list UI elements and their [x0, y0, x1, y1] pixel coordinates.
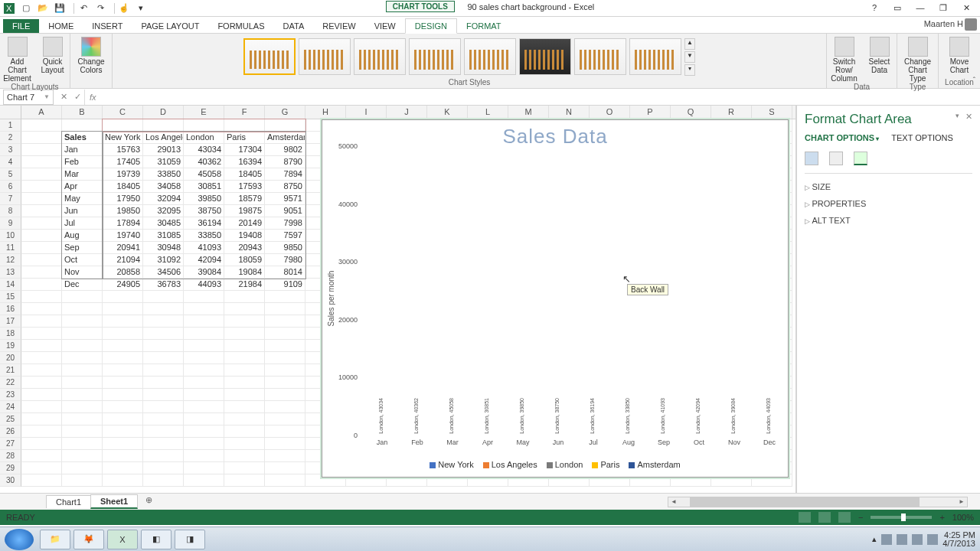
cell-D13[interactable]: 34506: [143, 266, 184, 279]
cell-C23[interactable]: [103, 389, 143, 401]
cell-F5[interactable]: 18405: [224, 168, 265, 181]
column-header-S[interactable]: S: [752, 106, 792, 119]
cell-G14[interactable]: 9109: [265, 279, 305, 291]
cell-C12[interactable]: 21094: [103, 254, 143, 266]
row-header-14[interactable]: 14: [0, 279, 21, 291]
pane-close-icon[interactable]: ✕: [965, 112, 972, 122]
taskbar-app4-icon[interactable]: ◧: [141, 530, 172, 549]
tab-page-layout[interactable]: PAGE LAYOUT: [132, 19, 208, 33]
cell-E13[interactable]: 39084: [184, 266, 224, 279]
cell-E19[interactable]: [184, 340, 224, 352]
cell-C16[interactable]: [103, 303, 143, 315]
cell-G17[interactable]: [265, 315, 305, 328]
add-chart-element-button[interactable]: Add ChartElement: [2, 35, 34, 83]
cancel-formula-icon[interactable]: ✕: [57, 92, 70, 102]
cell-A23[interactable]: [21, 389, 62, 401]
cell-F9[interactable]: 20149: [224, 217, 265, 230]
change-chart-type-button[interactable]: ChangeChart Type: [902, 35, 934, 83]
cell-F2[interactable]: Paris: [224, 132, 265, 144]
cell-C27[interactable]: [103, 438, 143, 450]
cell-A24[interactable]: [21, 401, 62, 413]
sheet-tab-chart1[interactable]: Chart1: [46, 495, 91, 508]
cell-E26[interactable]: [184, 425, 224, 438]
cell-C17[interactable]: [103, 315, 143, 328]
cell-E4[interactable]: 40362: [184, 156, 224, 168]
chart-style-8[interactable]: [629, 38, 681, 75]
tray-network-icon[interactable]: [912, 534, 923, 545]
cell-D11[interactable]: 30948: [143, 242, 184, 254]
cell-C28[interactable]: [103, 450, 143, 462]
taskbar-firefox-icon[interactable]: 🦊: [74, 530, 104, 549]
cell-G29[interactable]: [265, 462, 305, 474]
cell-G30[interactable]: [265, 474, 305, 487]
column-header-A[interactable]: A: [21, 106, 62, 119]
cell-D21[interactable]: [143, 364, 184, 377]
cell-C3[interactable]: 15763: [103, 144, 143, 156]
cell-C7[interactable]: 17950: [103, 193, 143, 205]
cell-A25[interactable]: [21, 413, 62, 425]
cell-G6[interactable]: 8750: [265, 181, 305, 193]
row-header-19[interactable]: 19: [0, 340, 21, 352]
cell-F10[interactable]: 19408: [224, 230, 265, 242]
cell-F25[interactable]: [224, 413, 265, 425]
cell-C2[interactable]: New York: [103, 132, 143, 144]
cell-A29[interactable]: [21, 462, 62, 474]
cell-D9[interactable]: 30485: [143, 217, 184, 230]
taskbar-excel-icon[interactable]: X: [107, 530, 138, 549]
zoom-level[interactable]: 100%: [952, 513, 974, 522]
cell-E30[interactable]: [184, 474, 224, 487]
cell-G28[interactable]: [265, 450, 305, 462]
cell-D22[interactable]: [143, 377, 184, 389]
row-header-20[interactable]: 20: [0, 352, 21, 364]
column-header-I[interactable]: I: [346, 106, 387, 119]
pane-section-properties[interactable]: PROPERTIES: [805, 195, 972, 212]
chart-style-4[interactable]: [409, 38, 461, 75]
cell-E12[interactable]: 42094: [184, 254, 224, 266]
cell-F13[interactable]: 19084: [224, 266, 265, 279]
gallery-down-icon[interactable]: ▼: [684, 51, 695, 63]
cell-C24[interactable]: [103, 401, 143, 413]
cell-E7[interactable]: 39850: [184, 193, 224, 205]
row-header-18[interactable]: 18: [0, 328, 21, 340]
gallery-more-icon[interactable]: ▾: [684, 64, 695, 76]
cell-G26[interactable]: [265, 425, 305, 438]
cell-E9[interactable]: 36194: [184, 217, 224, 230]
row-header-16[interactable]: 16: [0, 303, 21, 315]
cell-F28[interactable]: [224, 450, 265, 462]
column-header-G[interactable]: G: [265, 106, 305, 119]
worksheet-grid[interactable]: ABCDEFGHIJKLMNOPQRS 12SalesNew YorkLos A…: [0, 106, 796, 493]
cell-E2[interactable]: London: [184, 132, 224, 144]
minimize-icon[interactable]: —: [914, 2, 926, 14]
cell-A1[interactable]: [21, 119, 62, 132]
cell-G18[interactable]: [265, 328, 305, 340]
cell-D20[interactable]: [143, 352, 184, 364]
collapse-ribbon-icon[interactable]: ˆ: [973, 77, 975, 85]
row-header-9[interactable]: 9: [0, 217, 21, 230]
cell-A26[interactable]: [21, 425, 62, 438]
new-sheet-icon[interactable]: ⊕: [142, 495, 155, 509]
cell-B4[interactable]: Feb: [62, 156, 103, 168]
cell-C25[interactable]: [103, 413, 143, 425]
cell-B13[interactable]: Nov: [62, 266, 103, 279]
row-header-30[interactable]: 30: [0, 474, 21, 487]
cell-D4[interactable]: 31059: [143, 156, 184, 168]
cell-G8[interactable]: 9051: [265, 205, 305, 217]
cell-B6[interactable]: Apr: [62, 181, 103, 193]
cell-D8[interactable]: 32095: [143, 205, 184, 217]
cell-F18[interactable]: [224, 328, 265, 340]
size-properties-icon[interactable]: [854, 152, 867, 165]
cell-B24[interactable]: [62, 401, 103, 413]
taskbar-app5-icon[interactable]: ◨: [175, 530, 205, 549]
cell-E25[interactable]: [184, 413, 224, 425]
cell-G7[interactable]: 9571: [265, 193, 305, 205]
cell-G24[interactable]: [265, 401, 305, 413]
cell-D6[interactable]: 34058: [143, 181, 184, 193]
cell-B30[interactable]: [62, 474, 103, 487]
row-header-29[interactable]: 29: [0, 462, 21, 474]
cell-F24[interactable]: [224, 401, 265, 413]
normal-view-icon[interactable]: [799, 512, 811, 523]
cell-D25[interactable]: [143, 413, 184, 425]
select-data-button[interactable]: SelectData: [864, 35, 896, 74]
cell-A8[interactable]: [21, 205, 62, 217]
cell-A4[interactable]: [21, 156, 62, 168]
